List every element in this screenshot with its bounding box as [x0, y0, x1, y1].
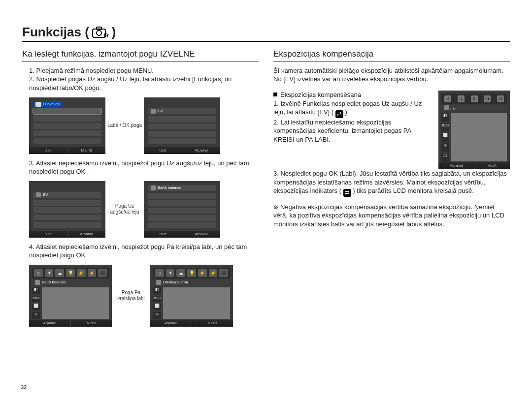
ev-small-icon	[444, 105, 449, 110]
wb-preview-area	[42, 287, 109, 319]
fig6-bottom-bar: Atpakaļ Virzīt	[150, 320, 233, 327]
page-title-suffix: )	[112, 25, 116, 40]
reference-mark-icon: ※	[273, 204, 278, 211]
wb-small-icon	[35, 280, 40, 285]
right-steps-with-figure: Ekspozīcijas kompensēšana 1. Izvēlnē Fun…	[273, 91, 510, 169]
fig2-row: EV	[148, 108, 216, 114]
sun-small-icon	[156, 280, 161, 285]
fig1-tag: Funkcijas	[33, 101, 62, 108]
wb-icon-row: ☼☀☁💡⚡⚡⬛	[153, 268, 230, 278]
fig4-row: Baltā balanss	[148, 185, 216, 191]
fig3-row: EV	[33, 192, 101, 198]
step-4: 4. Atlasiet nepieciešamo izvēlni, nospie…	[22, 243, 259, 260]
step-1: 1. Pieejamā režīmā nospiediet pogu MENU.	[22, 66, 259, 75]
left-column: Kā ieslēgt funkcijas, izmantojot pogu IZ…	[22, 49, 259, 332]
ev-preview-area	[451, 113, 507, 161]
ev-row-label: EV	[441, 105, 507, 111]
wb-side-icons: ◧ISO⬜☺	[153, 287, 161, 319]
screenshot-ev-scale: -2 -1 0 +1 +2 EV ◧ISO⬜☺⬚ A	[438, 91, 510, 169]
figure-row-3: ☼☀☁💡⚡⚡⬛ Baltā balanss ◧ISO⬜☺ Atpakaļ Vir…	[29, 265, 259, 327]
right-steps-text: Ekspozīcijas kompensēšana 1. Izvēlnē Fun…	[273, 91, 433, 144]
ev-icon: ⇄	[335, 110, 343, 118]
right-step-2: 2. Lai iestatītu nepieciešamo ekspozīcij…	[273, 118, 433, 144]
screenshot-ev-list-2: EV Iziet Atpakaļ	[29, 181, 105, 238]
right-note: ※Negatīvā ekspozīcijas kompensācijas vēr…	[273, 203, 510, 229]
fig3-list	[33, 200, 101, 230]
right-subrule	[273, 61, 510, 62]
ev-scale-row: -2 -1 0 +1 +2	[441, 93, 507, 104]
wb-icon-row: ☼☀☁💡⚡⚡⬛	[32, 268, 109, 278]
left-subheading: Kā ieslēgt funkcijas, izmantojot pogu IZ…	[22, 49, 259, 60]
fig5-label: Baltā balanss	[32, 279, 109, 285]
title-rule	[22, 41, 510, 42]
screenshot-ev-list-1: EV Iziet Atpakaļ	[144, 97, 220, 154]
two-column-layout: Kā ieslēgt funkcijas, izmantojot pogu IZ…	[22, 49, 510, 332]
fig6-label: Dienasgaisma	[153, 279, 230, 285]
step-2: 2. Nospiediet pogas Uz augšu / Uz leju, …	[22, 75, 259, 92]
camera-fn-icon: Fn	[92, 27, 109, 38]
right-step-1: 1. Izvēlnē Funkcijas nospiediet pogas Uz…	[273, 99, 433, 118]
fig3-bottom-bar: Iziet Atpakaļ	[29, 231, 105, 238]
fig5-bottom-bar: Atpakaļ Virzīt	[29, 320, 112, 327]
svg-point-2	[97, 31, 101, 35]
ev-small-icon	[36, 192, 41, 197]
screenshot-functions-menu: Funkcijas Iziet Mainīt	[29, 97, 105, 154]
figure-row-1: Funkcijas Iziet Mainīt Labā / OK poga	[29, 97, 259, 154]
label-ok-button: Labā / OK poga	[105, 123, 144, 128]
ev-small-icon	[151, 109, 156, 114]
fig4-bottom-bar: Iziet Atpakaļ	[144, 231, 220, 238]
screenshot-wb-list: Baltā balanss Iziet Atpakaļ	[144, 181, 220, 238]
label-left-right-button: Poga Pa kreisi/pa labi	[112, 290, 150, 302]
fig4-list	[148, 193, 216, 230]
page-number: 32	[21, 384, 27, 390]
right-bullet: Ekspozīcijas kompensēšana	[273, 91, 433, 99]
fig1-bottom-bar: Iziet Mainīt	[29, 147, 105, 154]
camera-small-icon	[35, 102, 41, 107]
fig2-list	[148, 116, 216, 146]
wb-small-icon	[151, 185, 156, 190]
page-title: Funkcijas ( Fn )	[22, 25, 510, 40]
left-subrule	[22, 61, 259, 62]
right-step-3: 3. Nospiediet pogu OK (Labi). Jūsu iesta…	[273, 169, 510, 197]
svg-text:Fn: Fn	[104, 33, 109, 38]
screenshot-wb-preview-1: ☼☀☁💡⚡⚡⬛ Baltā balanss ◧ISO⬜☺ Atpakaļ Vir…	[29, 265, 112, 327]
fig2-bottom-bar: Iziet Atpakaļ	[144, 147, 220, 154]
ev-icon: ⇄	[343, 189, 351, 197]
fig1-list	[33, 108, 101, 146]
ev-side-icons: ◧ISO⬜☺⬚	[441, 113, 449, 161]
page-title-prefix: Funkcijas (	[22, 25, 89, 40]
right-subheading: Ekspozīcijas kompensācija	[273, 49, 510, 60]
screenshot-wb-preview-2: ☼☀☁💡⚡⚡⬛ Dienasgaisma ◧ISO⬜☺ Atpakaļ Virz…	[150, 265, 233, 327]
svg-rect-1	[97, 27, 101, 30]
right-column: Ekspozīcijas kompensācija Šī kamera auto…	[273, 49, 510, 332]
manual-page: Funkcijas ( Fn ) Kā ieslēgt funkcijas, i…	[0, 0, 532, 401]
ev-fig-bottom-bar: Atpakaļ Virzīt	[438, 162, 510, 169]
label-up-down-button: Poga Uz augšu/uz leju	[105, 203, 144, 215]
wb-side-icons: ◧ISO⬜☺	[32, 287, 40, 319]
wb-preview-area	[163, 287, 230, 319]
figure-row-2: EV Iziet Atpakaļ Poga Uz augšu/uz leju	[29, 181, 259, 238]
intro-paragraph: Šī kamera automātiski pielāgo ekspozīcij…	[273, 66, 510, 84]
step-3: 3. Atlasiet nepieciešamo izvēlni, nospie…	[22, 159, 259, 176]
square-bullet-icon	[273, 93, 277, 96]
